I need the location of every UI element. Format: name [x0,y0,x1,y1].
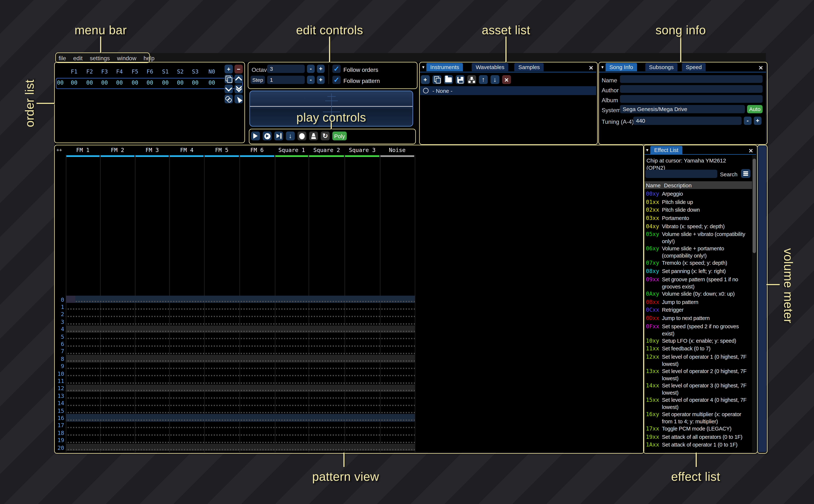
asset-move-up-button[interactable]: ↑ [479,75,488,84]
order-move-up-button[interactable] [234,75,243,83]
pattern-row[interactable] [66,325,415,333]
step-minus-button[interactable]: - [307,76,315,84]
pattern-row[interactable] [66,392,415,399]
step-button[interactable]: Step [250,76,265,84]
order-edit-mode-button[interactable] [234,95,243,103]
instrument-list-item[interactable]: - None - [420,86,596,95]
asset-add-button[interactable]: + [421,75,430,84]
close-icon[interactable]: × [749,147,753,154]
play-one-row-button[interactable] [274,132,283,140]
repeat-pattern-button[interactable]: ↻ [321,132,329,140]
collapse-icon[interactable]: ▼ [422,65,425,69]
asset-save-button[interactable] [456,75,465,84]
follow-orders-checkbox[interactable]: ✓ [332,65,341,73]
asset-duplicate-button[interactable] [433,75,441,84]
effect-row[interactable]: 0DxxJump to next pattern [646,314,752,323]
stop-button[interactable] [297,132,306,140]
tab-effect-list[interactable]: Effect List [650,146,682,154]
order-cell[interactable]: 00 [85,80,94,86]
effect-row[interactable]: 19xxSet attack of all operators (0 to 1F… [646,433,752,441]
search-input[interactable] [645,170,717,178]
name-input[interactable] [620,75,763,83]
pattern-row[interactable] [66,362,415,370]
pattern-row[interactable] [66,407,415,414]
pattern-row[interactable] [66,399,415,407]
channel-header-square-3[interactable]: Square 3 [345,147,380,153]
order-remove-button[interactable]: − [234,65,243,74]
effect-row[interactable]: 06xyVolume slide + portamento (compatibi… [646,245,752,259]
effect-row[interactable]: 08xySet panning (x: left; y: right) [646,267,752,276]
effect-row[interactable]: 00xyArpeggio [646,190,752,198]
tab-speed[interactable]: Speed [682,63,706,71]
follow-pattern-checkbox[interactable]: ✓ [332,76,341,84]
tuning-input[interactable]: 440 [633,117,742,125]
order-cell[interactable]: 00 [130,80,139,86]
effect-row[interactable]: 0AxyVolume slide (0y: down; x0: up) [646,290,752,298]
tab-song-info[interactable]: Song Info [606,63,637,71]
order-move-down-button[interactable] [224,85,233,93]
effect-row[interactable]: 04xyVibrato (x: speed; y: depth) [646,223,752,231]
step-row-button[interactable]: ↓ [286,132,295,140]
search-menu-button[interactable] [741,169,750,178]
channel-header-fm-4[interactable]: FM 4 [169,147,204,153]
collapse-icon[interactable]: ▼ [645,148,649,152]
channel-header-fm-6[interactable]: FM 6 [239,147,275,153]
system-combo[interactable]: Sega Genesis/Mega Drive [620,105,745,113]
collapse-icon[interactable]: ▼ [601,65,605,69]
channel-header-square-1[interactable]: Square 1 [275,147,309,153]
channel-header-fm-1[interactable]: FM 1 [66,147,100,153]
play-from-beginning-button[interactable] [263,132,271,140]
pattern-row[interactable] [66,377,415,384]
menu-item-file[interactable]: file [59,55,66,61]
order-cell[interactable]: 00 [70,80,78,86]
order-cell[interactable]: 00 [207,80,216,86]
pattern-row[interactable] [66,444,415,451]
effect-row[interactable]: 13xxSet level of operator 2 (0 highest, … [646,367,752,382]
asset-sort-button[interactable] [467,75,476,84]
octave-input[interactable]: 3 [267,65,305,73]
tuning-plus-button[interactable]: + [754,117,761,125]
channel-header-fm-2[interactable]: FM 2 [100,147,135,153]
tab-subsongs[interactable]: Subsongs [645,63,677,71]
effect-row[interactable]: 09xxSet groove pattern (speed 1 if no gr… [646,276,752,290]
step-input[interactable]: 1 [267,76,305,84]
pattern-row[interactable] [66,436,415,444]
auto-system-button[interactable]: Auto [747,105,763,113]
effect-row[interactable]: 11xxSet feedback (0 to 7) [646,345,752,353]
poly-button[interactable]: Poly [332,132,347,140]
asset-delete-button[interactable]: × [502,75,511,84]
album-input[interactable] [620,95,763,103]
tab-samples[interactable]: Samples [515,63,544,71]
asset-move-down-button[interactable]: ↓ [491,75,499,84]
channel-header-noise[interactable]: Noise [380,147,415,153]
pattern-row[interactable] [66,303,415,310]
asset-open-button[interactable] [444,75,453,84]
pattern-row[interactable] [66,370,415,377]
effect-scrollbar-thumb[interactable] [752,159,756,253]
pattern-cursor[interactable] [66,296,75,303]
order-deep-clone-button[interactable] [224,95,233,103]
pattern-row[interactable] [66,355,415,362]
pattern-row[interactable] [66,310,415,318]
tab-instruments[interactable]: Instruments [427,63,463,71]
metronome-button[interactable] [309,132,318,140]
step-plus-button[interactable]: + [317,76,324,84]
menu-item-edit[interactable]: edit [73,55,83,61]
close-icon[interactable]: × [759,64,763,71]
order-cell[interactable]: 00 [100,80,109,86]
menu-item-help[interactable]: help [144,55,155,61]
effect-row[interactable]: 10xySetup LFO (x: enable; y: speed) [646,337,752,345]
pattern-row[interactable] [66,414,415,421]
effect-row[interactable]: 14xxSet level of operator 3 (0 highest, … [646,382,752,396]
pattern-row[interactable] [66,429,415,436]
pattern-row[interactable] [66,347,415,355]
pattern-row[interactable] [66,340,415,347]
order-duplicate-button[interactable] [224,75,233,83]
pattern-row[interactable] [66,318,415,325]
effect-row[interactable]: 03xxPortamento [646,214,752,223]
pattern-corner[interactable]: ++ [56,147,62,153]
order-cell[interactable]: 00 [115,80,124,86]
effect-row[interactable]: 0BxxJump to pattern [646,298,752,306]
effect-row[interactable]: 17xxToggle PCM mode (LEGACY) [646,425,752,433]
octave-minus-button[interactable]: - [307,65,315,73]
